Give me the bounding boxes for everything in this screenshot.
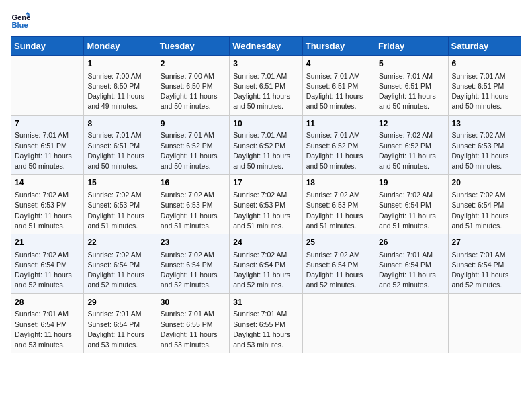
day-info: Sunrise: 7:01 AMSunset: 6:52 PMDaylight:… [233,130,298,171]
day-number: 22 [87,237,152,248]
logo: General Blue [11,11,34,30]
day-number: 23 [161,237,226,248]
calendar-header-row: SundayMondayTuesdayWednesdayThursdayFrid… [11,37,521,56]
day-number: 29 [87,297,152,308]
header-monday: Monday [84,37,157,56]
svg-text:Blue: Blue [11,21,28,29]
calendar-cell: 31Sunrise: 7:01 AMSunset: 6:55 PMDayligh… [230,293,302,353]
day-number: 1 [87,58,152,70]
calendar-cell: 19Sunrise: 7:02 AMSunset: 6:54 PMDayligh… [375,175,448,234]
day-number: 17 [233,177,298,189]
day-number: 6 [452,58,517,70]
day-number: 4 [306,58,371,70]
day-info: Sunrise: 7:02 AMSunset: 6:53 PMDaylight:… [233,190,298,231]
day-number: 16 [161,177,226,189]
day-number: 14 [15,177,80,189]
day-info: Sunrise: 7:01 AMSunset: 6:51 PMDaylight:… [452,71,517,112]
week-row-4: 21Sunrise: 7:02 AMSunset: 6:54 PMDayligh… [11,234,521,294]
calendar-cell: 21Sunrise: 7:02 AMSunset: 6:54 PMDayligh… [11,234,84,294]
day-info: Sunrise: 7:02 AMSunset: 6:54 PMDaylight:… [15,250,80,291]
day-info: Sunrise: 7:01 AMSunset: 6:51 PMDaylight:… [15,130,80,171]
header-wednesday: Wednesday [230,37,302,56]
day-number: 26 [379,237,444,248]
week-row-5: 28Sunrise: 7:01 AMSunset: 6:54 PMDayligh… [11,293,521,353]
day-number: 5 [379,58,444,70]
calendar-cell: 30Sunrise: 7:01 AMSunset: 6:55 PMDayligh… [157,293,229,353]
calendar-cell: 20Sunrise: 7:02 AMSunset: 6:54 PMDayligh… [448,175,521,234]
day-info: Sunrise: 7:02 AMSunset: 6:53 PMDaylight:… [452,130,517,171]
day-number: 25 [306,237,371,248]
day-info: Sunrise: 7:02 AMSunset: 6:54 PMDaylight:… [233,250,298,291]
day-info: Sunrise: 7:01 AMSunset: 6:54 PMDaylight:… [87,309,152,350]
day-number: 20 [452,177,517,189]
calendar-cell: 28Sunrise: 7:01 AMSunset: 6:54 PMDayligh… [11,293,84,353]
page-header: General Blue [11,11,521,30]
day-number: 9 [161,118,226,130]
calendar-cell [448,293,521,353]
day-info: Sunrise: 7:01 AMSunset: 6:51 PMDaylight:… [379,71,444,112]
header-thursday: Thursday [302,37,375,56]
calendar-cell: 8Sunrise: 7:01 AMSunset: 6:51 PMDaylight… [84,115,157,175]
calendar-cell: 6Sunrise: 7:01 AMSunset: 6:51 PMDaylight… [448,56,521,116]
calendar-cell [302,293,375,353]
day-info: Sunrise: 7:00 AMSunset: 6:50 PMDaylight:… [87,71,152,112]
calendar-cell: 13Sunrise: 7:02 AMSunset: 6:53 PMDayligh… [448,115,521,175]
calendar-cell: 11Sunrise: 7:01 AMSunset: 6:52 PMDayligh… [302,115,375,175]
day-info: Sunrise: 7:01 AMSunset: 6:54 PMDaylight:… [379,250,444,291]
calendar-cell: 22Sunrise: 7:02 AMSunset: 6:54 PMDayligh… [84,234,157,294]
logo-icon: General Blue [11,11,30,30]
calendar-cell: 5Sunrise: 7:01 AMSunset: 6:51 PMDaylight… [375,56,448,116]
calendar-cell: 25Sunrise: 7:02 AMSunset: 6:54 PMDayligh… [302,234,375,294]
calendar-cell: 1Sunrise: 7:00 AMSunset: 6:50 PMDaylight… [84,56,157,116]
calendar-cell [375,293,448,353]
day-number: 24 [233,237,298,248]
day-info: Sunrise: 7:01 AMSunset: 6:52 PMDaylight:… [161,130,226,171]
day-number: 15 [87,177,152,189]
day-number: 28 [15,297,80,308]
calendar-cell: 12Sunrise: 7:02 AMSunset: 6:52 PMDayligh… [375,115,448,175]
day-info: Sunrise: 7:02 AMSunset: 6:54 PMDaylight:… [87,250,152,291]
day-number: 21 [15,237,80,248]
calendar-cell: 18Sunrise: 7:02 AMSunset: 6:53 PMDayligh… [302,175,375,234]
day-info: Sunrise: 7:02 AMSunset: 6:52 PMDaylight:… [379,130,444,171]
day-number: 18 [306,177,371,189]
week-row-2: 7Sunrise: 7:01 AMSunset: 6:51 PMDaylight… [11,115,521,175]
day-info: Sunrise: 7:01 AMSunset: 6:54 PMDaylight:… [15,309,80,350]
day-info: Sunrise: 7:01 AMSunset: 6:51 PMDaylight:… [306,71,371,112]
week-row-1: 1Sunrise: 7:00 AMSunset: 6:50 PMDaylight… [11,56,521,116]
day-info: Sunrise: 7:02 AMSunset: 6:54 PMDaylight:… [161,250,226,291]
day-number: 31 [233,297,298,308]
day-info: Sunrise: 7:00 AMSunset: 6:50 PMDaylight:… [161,71,226,112]
day-info: Sunrise: 7:02 AMSunset: 6:53 PMDaylight:… [161,190,226,231]
calendar-cell: 2Sunrise: 7:00 AMSunset: 6:50 PMDaylight… [157,56,229,116]
calendar-cell: 3Sunrise: 7:01 AMSunset: 6:51 PMDaylight… [230,56,302,116]
day-info: Sunrise: 7:02 AMSunset: 6:54 PMDaylight:… [379,190,444,231]
day-info: Sunrise: 7:01 AMSunset: 6:51 PMDaylight:… [87,130,152,171]
header-tuesday: Tuesday [157,37,229,56]
calendar-table: SundayMondayTuesdayWednesdayThursdayFrid… [11,36,521,353]
day-info: Sunrise: 7:02 AMSunset: 6:53 PMDaylight:… [306,190,371,231]
calendar-cell: 24Sunrise: 7:02 AMSunset: 6:54 PMDayligh… [230,234,302,294]
header-saturday: Saturday [448,37,521,56]
day-info: Sunrise: 7:01 AMSunset: 6:52 PMDaylight:… [306,130,371,171]
calendar-cell: 17Sunrise: 7:02 AMSunset: 6:53 PMDayligh… [230,175,302,234]
calendar-cell: 14Sunrise: 7:02 AMSunset: 6:53 PMDayligh… [11,175,84,234]
day-info: Sunrise: 7:02 AMSunset: 6:54 PMDaylight:… [306,250,371,291]
day-number: 7 [15,118,80,130]
calendar-cell: 23Sunrise: 7:02 AMSunset: 6:54 PMDayligh… [157,234,229,294]
week-row-3: 14Sunrise: 7:02 AMSunset: 6:53 PMDayligh… [11,175,521,234]
day-info: Sunrise: 7:01 AMSunset: 6:51 PMDaylight:… [233,71,298,112]
calendar-cell: 9Sunrise: 7:01 AMSunset: 6:52 PMDaylight… [157,115,229,175]
day-number: 10 [233,118,298,130]
day-info: Sunrise: 7:01 AMSunset: 6:55 PMDaylight:… [161,309,226,350]
day-number: 30 [161,297,226,308]
day-number: 12 [379,118,444,130]
calendar-cell: 10Sunrise: 7:01 AMSunset: 6:52 PMDayligh… [230,115,302,175]
day-number: 11 [306,118,371,130]
day-info: Sunrise: 7:02 AMSunset: 6:53 PMDaylight:… [87,190,152,231]
calendar-cell: 29Sunrise: 7:01 AMSunset: 6:54 PMDayligh… [84,293,157,353]
calendar-cell [11,56,84,116]
day-number: 8 [87,118,152,130]
calendar-cell: 15Sunrise: 7:02 AMSunset: 6:53 PMDayligh… [84,175,157,234]
day-info: Sunrise: 7:01 AMSunset: 6:54 PMDaylight:… [452,250,517,291]
